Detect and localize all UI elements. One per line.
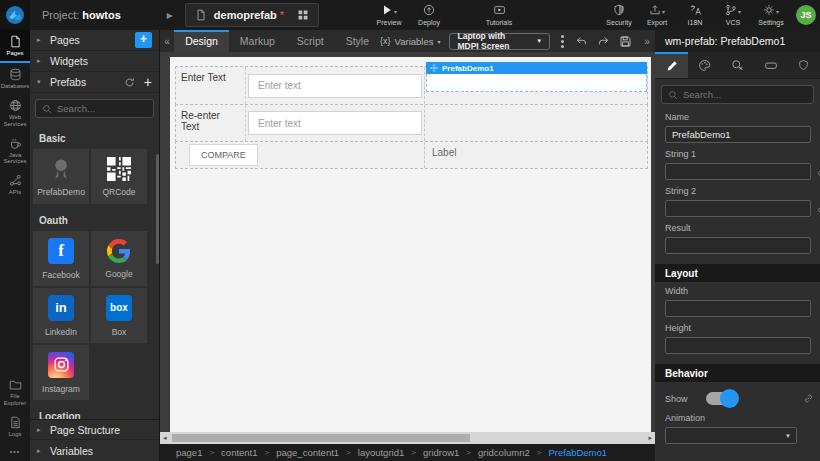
prefab-search-box bbox=[35, 99, 154, 118]
accordion-variables[interactable]: ▸ Variables bbox=[30, 440, 159, 461]
height-input[interactable] bbox=[665, 337, 811, 354]
group-title-location: Location bbox=[30, 402, 159, 419]
prefab-tile-prefabdemo[interactable]: PrefabDemo bbox=[33, 149, 89, 204]
rail-item-logs[interactable]: Logs bbox=[0, 411, 30, 442]
show-toggle[interactable] bbox=[706, 392, 736, 405]
accordion-widgets[interactable]: ▸ Widgets bbox=[30, 51, 159, 72]
breadcrumb-item[interactable]: content1 bbox=[221, 447, 257, 458]
vcs-button[interactable]: ▾ VCS bbox=[716, 0, 750, 30]
tab-script[interactable]: Script bbox=[286, 30, 335, 52]
prefab-tile-linkedin[interactable]: in LinkedIn bbox=[33, 288, 89, 343]
name-input[interactable] bbox=[665, 126, 811, 143]
tab-design[interactable]: Design bbox=[174, 30, 229, 52]
scrollbar-thumb[interactable] bbox=[172, 434, 470, 442]
breadcrumb-item[interactable]: page1 bbox=[176, 447, 202, 458]
section-layout[interactable]: Layout bbox=[655, 264, 820, 282]
breadcrumb-item[interactable]: gridcolumn2 bbox=[478, 447, 530, 458]
tab-security[interactable] bbox=[787, 52, 820, 78]
deploy-button[interactable]: Deploy bbox=[412, 0, 446, 30]
dashboard-grid-icon[interactable] bbox=[297, 9, 309, 21]
security-button[interactable]: Security bbox=[602, 0, 636, 30]
breadcrumb-item[interactable]: page_content1 bbox=[276, 447, 339, 458]
tab-inspector[interactable] bbox=[721, 52, 754, 78]
undo-button[interactable] bbox=[575, 35, 588, 48]
collapse-right-panel-button[interactable]: » bbox=[641, 36, 653, 47]
variables-icon: {x} bbox=[380, 36, 391, 46]
tab-markup[interactable]: Markup bbox=[229, 30, 286, 52]
result-input[interactable] bbox=[665, 237, 811, 254]
compare-button[interactable]: COMPARE bbox=[189, 144, 258, 166]
tutorials-button[interactable]: Tutorials bbox=[482, 0, 516, 30]
accordion-page-structure[interactable]: ▸ Page Structure bbox=[30, 419, 159, 440]
add-prefab-button[interactable]: + bbox=[144, 77, 152, 87]
properties-search-input[interactable] bbox=[683, 89, 807, 100]
section-behavior[interactable]: Behavior bbox=[655, 364, 820, 382]
field2-text-input[interactable] bbox=[248, 111, 422, 135]
wavemaker-logo[interactable] bbox=[0, 0, 30, 30]
breadcrumb-separator: > bbox=[537, 448, 542, 457]
preview-button[interactable]: ▾ Preview bbox=[372, 0, 406, 30]
field1-text-input[interactable] bbox=[248, 74, 422, 98]
open-page-tab[interactable]: demoprefab * bbox=[185, 3, 319, 27]
tab-properties[interactable] bbox=[655, 52, 688, 78]
bind-link-icon[interactable] bbox=[816, 203, 820, 214]
rail-overflow-menu[interactable]: ••• bbox=[0, 442, 30, 461]
collapse-left-panel-button[interactable]: « bbox=[160, 36, 174, 47]
refresh-prefabs-icon[interactable] bbox=[124, 77, 135, 88]
width-input[interactable] bbox=[665, 300, 811, 317]
prefab-tile-box[interactable]: box Box bbox=[91, 288, 147, 343]
rail-item-web-services[interactable]: Web Services bbox=[0, 94, 30, 132]
tab-style[interactable]: Style bbox=[335, 30, 380, 52]
string1-input[interactable] bbox=[665, 163, 811, 180]
field1-caption[interactable]: Enter Text bbox=[176, 67, 246, 104]
tab-styles[interactable] bbox=[688, 52, 721, 78]
canvas-horizontal-scrollbar[interactable]: ◂ ▸ bbox=[160, 432, 655, 444]
prefab-tile-facebook[interactable]: f Facebook bbox=[33, 231, 89, 286]
redo-button[interactable] bbox=[597, 35, 610, 48]
breadcrumb-item[interactable]: gridrow1 bbox=[423, 447, 459, 458]
page-canvas[interactable]: Enter Text PrefabDemo1 bbox=[170, 57, 651, 432]
rail-item-pages[interactable]: Pages bbox=[0, 30, 30, 63]
widget-breadcrumb: page1 > content1 > page_content1 > layou… bbox=[160, 444, 655, 461]
breadcrumb-item[interactable]: layoutgrid1 bbox=[358, 447, 404, 458]
search-remove-icon bbox=[731, 59, 744, 72]
animation-select[interactable]: ▼ bbox=[665, 427, 797, 444]
label-widget[interactable]: Label bbox=[425, 142, 647, 158]
prefab-tile-qrcode[interactable]: QRCode bbox=[91, 149, 147, 204]
bind-link-icon[interactable] bbox=[816, 166, 820, 177]
user-avatar[interactable]: JS bbox=[796, 5, 816, 25]
breadcrumb-item-active[interactable]: PrefabDemo1 bbox=[548, 447, 607, 458]
prefab-search-input[interactable] bbox=[57, 103, 147, 114]
prefab-tile-google[interactable]: Google bbox=[91, 231, 147, 286]
dropdown-arrow-icon: ▼ bbox=[785, 433, 791, 439]
left-panel-scrollbar[interactable] bbox=[156, 154, 159, 264]
export-button[interactable]: ▾ Export bbox=[640, 0, 674, 30]
accordion-prefabs[interactable]: ▾ Prefabs + bbox=[30, 72, 159, 93]
field2-caption[interactable]: Re-enter Text bbox=[176, 105, 246, 141]
rail-item-java-services[interactable]: Java Services bbox=[0, 132, 30, 170]
canvas-more-menu[interactable] bbox=[559, 35, 566, 48]
selected-prefab-widget[interactable]: PrefabDemo1 bbox=[426, 62, 647, 92]
properties-panel: wm-prefab: PrefabDemo1 Name String 1 bbox=[655, 30, 820, 461]
chevron-down-icon: ▾ bbox=[738, 8, 741, 15]
add-page-button[interactable]: + bbox=[135, 32, 152, 48]
string2-input[interactable] bbox=[665, 200, 811, 217]
properties-search-box bbox=[661, 85, 814, 104]
bind-link-icon[interactable] bbox=[802, 393, 815, 404]
settings-button[interactable]: ▾ Settings bbox=[754, 0, 788, 30]
accordion-pages[interactable]: ▸ Pages + bbox=[30, 30, 159, 51]
i18n-button[interactable]: I18N bbox=[678, 0, 712, 30]
device-selector[interactable]: Laptop with MDPI Screen ▼ bbox=[449, 33, 550, 50]
prefab-tile-instagram[interactable]: Instagram bbox=[33, 345, 89, 400]
variables-button[interactable]: {x} Variables ▾ bbox=[380, 36, 440, 47]
rail-item-apis[interactable]: APIs bbox=[0, 169, 30, 200]
scroll-left-icon[interactable]: ◂ bbox=[163, 434, 167, 442]
move-icon[interactable] bbox=[430, 64, 438, 72]
widget-selection-bar[interactable]: PrefabDemo1 bbox=[426, 62, 647, 74]
tab-device[interactable] bbox=[754, 52, 787, 78]
prefab-widget-body[interactable] bbox=[426, 74, 647, 92]
rail-item-file-explorer[interactable]: File Explorer bbox=[0, 373, 30, 411]
scroll-right-icon[interactable]: ▸ bbox=[648, 434, 652, 442]
rail-item-databases[interactable]: Databases bbox=[0, 63, 30, 94]
save-button[interactable] bbox=[619, 35, 632, 48]
